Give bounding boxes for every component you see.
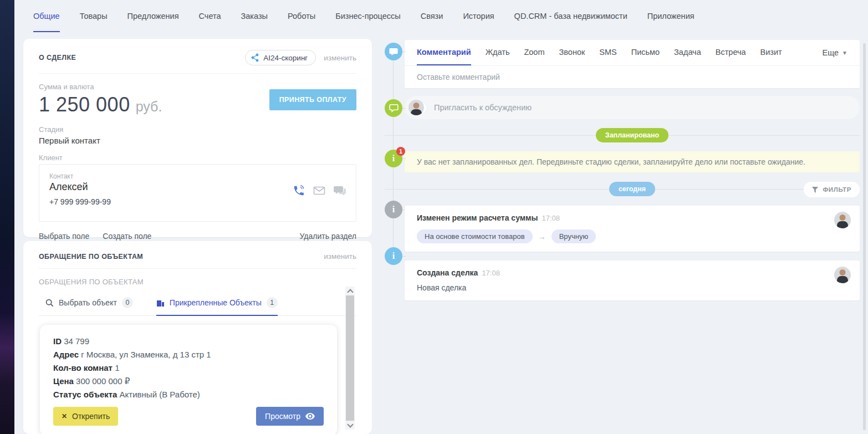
attached-objects-count: 1 <box>267 297 278 308</box>
tab-select-object-label: Выбрать объект <box>59 298 117 307</box>
field-label: Адрес <box>53 350 79 359</box>
tab-visit[interactable]: Визит <box>760 40 782 65</box>
field-label: ID <box>53 336 62 346</box>
tab-email[interactable]: Письмо <box>631 40 660 65</box>
object-card: ID 34 799 Адрес г Москва, ул Знаменка, д… <box>40 325 337 434</box>
today-separator: сегодня ФИЛЬТР <box>405 182 860 197</box>
new-value-tag: Вручную <box>552 229 596 243</box>
field-label: Статус объекта <box>53 390 117 399</box>
create-field-link[interactable]: Создать поле <box>103 232 151 242</box>
objects-widget-subtitle: ОБРАЩЕНИЯ ПО ОБЪЕКТАМ <box>39 278 356 286</box>
avatar[interactable] <box>834 212 851 228</box>
tab-orders[interactable]: Заказы <box>241 0 268 32</box>
object-field-status: Статус объекта Активный (В Работе) <box>53 388 324 401</box>
search-icon <box>45 299 54 307</box>
tab-business-processes[interactable]: Бизнес-процессы <box>335 0 401 32</box>
tab-history[interactable]: История <box>463 0 494 32</box>
call-icon[interactable] <box>293 185 305 197</box>
page-scrollbar[interactable] <box>863 43 866 430</box>
comment-bubble-icon <box>385 43 402 60</box>
notification-count-badge: 1 <box>396 147 405 156</box>
tab-call[interactable]: Звонок <box>559 40 585 65</box>
tab-invoices[interactable]: Счета <box>199 0 221 32</box>
entry-title: Изменен режим расчета суммы <box>417 213 538 222</box>
objects-edit-link[interactable]: изменить <box>324 252 356 261</box>
ai-scoring-button[interactable]: AI24-скоринг <box>245 50 316 65</box>
discussion-bubble-icon <box>385 99 402 117</box>
scroll-up-icon[interactable] <box>345 287 355 295</box>
created-info-icon: i <box>385 247 402 265</box>
deal-currency: руб. <box>136 99 162 114</box>
tab-task[interactable]: Задача <box>674 40 701 65</box>
delete-section-link[interactable]: Удалить раздел <box>299 232 356 242</box>
building-icon <box>156 299 165 307</box>
avatar[interactable] <box>834 267 851 283</box>
filter-button[interactable]: ФИЛЬТР <box>804 182 860 197</box>
tab-products[interactable]: Товары <box>80 0 108 32</box>
entry-time: 17:08 <box>542 214 560 222</box>
filter-label: ФИЛЬТР <box>823 186 851 193</box>
tab-wait[interactable]: Ждать <box>486 40 510 65</box>
select-field-link[interactable]: Выбрать поле <box>39 232 89 242</box>
today-badge: сегодня <box>609 182 655 196</box>
amount-label: Сумма и валюта <box>39 83 162 91</box>
deal-edit-link[interactable]: изменить <box>324 54 356 62</box>
unpin-button[interactable]: ✕ Открепить <box>53 407 118 426</box>
old-value-tag: На основе стоимости товаров <box>417 229 533 243</box>
more-button[interactable]: Еще ▼ <box>823 40 847 65</box>
accept-payment-button[interactable]: ПРИНЯТЬ ОПЛАТУ <box>269 89 356 110</box>
field-value: 1 <box>115 363 119 372</box>
tab-select-object[interactable]: Выбрать объект 0 <box>45 293 133 316</box>
planned-separator: Запланировано <box>405 128 860 143</box>
scroll-down-icon[interactable] <box>345 421 355 430</box>
tab-meeting[interactable]: Встреча <box>716 40 746 65</box>
tab-general[interactable]: Общие <box>33 0 60 32</box>
tab-zoom[interactable]: Zoom <box>524 40 544 65</box>
tab-robots[interactable]: Роботы <box>288 0 315 32</box>
scoring-label: AI24-скоринг <box>263 54 308 62</box>
timeline-entry: Создана сделка17:08 Новая сделка <box>405 261 860 300</box>
divider <box>39 268 356 269</box>
entity-tab-bar: Общие Товары Предложения Счета Заказы Ро… <box>33 0 695 32</box>
deal-amount: 1 250 000 <box>39 93 130 116</box>
funnel-icon <box>812 187 818 193</box>
stage-label: Стадия <box>39 125 356 134</box>
planned-info-icon: i 1 <box>385 150 402 167</box>
history-info-icon: i <box>385 201 402 218</box>
more-label: Еще <box>823 48 839 57</box>
tab-sms[interactable]: SMS <box>599 40 616 65</box>
field-label: Кол-во комнат <box>53 363 113 372</box>
deal-page: Общие Товары Предложения Счета Заказы Ро… <box>0 0 868 434</box>
comment-input[interactable]: Оставьте комментарий <box>405 66 860 88</box>
scrollbar-thumb[interactable] <box>346 295 354 421</box>
invite-placeholder: Пригласить к обсуждению <box>434 103 532 112</box>
planned-badge: Запланировано <box>596 128 668 142</box>
entry-title: Создана сделка <box>417 268 478 277</box>
email-icon[interactable] <box>313 186 325 196</box>
chat-icon[interactable] <box>334 185 346 196</box>
tab-qdcrm-realty[interactable]: QD.CRM - база недвижимости <box>514 0 627 32</box>
tab-attached-objects[interactable]: Прикрепленные Объекты 1 <box>156 293 278 316</box>
tab-comment[interactable]: Комментарий <box>417 40 471 65</box>
contact-label: Контакт <box>49 172 346 180</box>
stage-value[interactable]: Первый контакт <box>39 136 356 145</box>
tab-apps[interactable]: Приложения <box>647 0 695 32</box>
panel-title: О СДЕЛКЕ <box>39 54 76 62</box>
objects-scrollbar[interactable] <box>345 287 355 430</box>
entry-body: Новая сделка <box>417 283 847 292</box>
timeline-entry: Изменен режим расчета суммы17:08 На осно… <box>405 206 860 252</box>
caret-down-icon: ▼ <box>842 50 847 56</box>
comment-form-card: Комментарий Ждать Zoom Звонок SMS Письмо… <box>405 40 860 88</box>
background-photo-strip <box>0 0 14 434</box>
tab-relations[interactable]: Связи <box>421 0 443 32</box>
object-field-address: Адрес г Москва, ул Знаменка, д 13 стр 1 <box>53 348 324 361</box>
client-card: Контакт Алексей +7 999 999-99-99 <box>39 164 356 222</box>
object-field-rooms: Кол-во комнат 1 <box>53 361 324 375</box>
timeline-tab-bar: Комментарий Ждать Zoom Звонок SMS Письмо… <box>405 40 860 66</box>
view-button[interactable]: Просмотр <box>256 407 324 426</box>
invite-to-discussion[interactable]: + Пригласить к обсуждению <box>405 96 860 119</box>
object-field-price: Цена 300 000 000 ₽ <box>53 375 324 388</box>
tab-offers[interactable]: Предложения <box>127 0 179 32</box>
close-icon: ✕ <box>62 412 67 420</box>
contact-phone[interactable]: +7 999 999-99-99 <box>49 197 346 206</box>
